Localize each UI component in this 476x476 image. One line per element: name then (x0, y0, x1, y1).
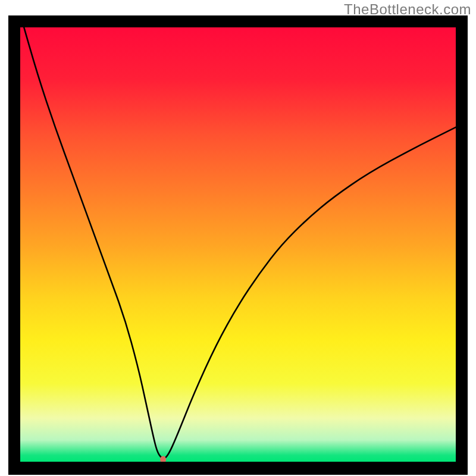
watermark-text: TheBottleneck.com (344, 1, 471, 18)
gradient-background (20, 27, 456, 462)
chart-container: TheBottleneck.com (0, 0, 476, 476)
plot-area (20, 27, 456, 462)
plot-svg (20, 27, 456, 462)
chart-frame (8, 15, 468, 475)
